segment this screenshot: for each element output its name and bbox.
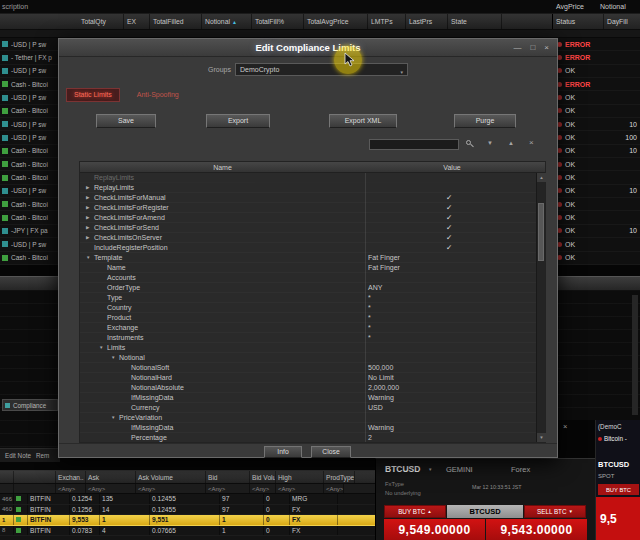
limits-grid-row[interactable]: Instruments * xyxy=(80,333,537,343)
property-value[interactable]: 2 xyxy=(368,434,372,441)
property-value[interactable]: 500,000 xyxy=(368,364,393,371)
limits-grid-row[interactable]: IfMissingData Warning xyxy=(80,393,537,403)
expand-icon[interactable]: ▶ xyxy=(86,235,94,240)
property-value[interactable]: * xyxy=(368,294,371,301)
notional-column-header[interactable]: Notional xyxy=(600,3,626,10)
footer-button[interactable]: Close xyxy=(311,446,351,458)
status-row[interactable]: ERROR xyxy=(553,51,640,64)
right-scrollbar[interactable] xyxy=(632,295,638,415)
market-filter-cell[interactable]: <Any> xyxy=(136,484,206,493)
mini-price-panel[interactable]: 9,5 xyxy=(596,497,640,540)
status-row[interactable]: OK xyxy=(553,252,640,265)
expand-icon[interactable]: ▶ xyxy=(86,185,94,190)
limits-grid-row[interactable]: ▼ PriceVariation xyxy=(80,413,537,423)
property-value[interactable]: ANY xyxy=(368,284,382,291)
search-clear-icon[interactable]: × xyxy=(529,138,534,147)
market-filter-cell[interactable]: <Any> xyxy=(276,484,324,493)
status-row[interactable]: ERROR xyxy=(553,38,640,51)
instrument-row[interactable]: -USD | P sw xyxy=(0,65,60,78)
limits-grid-row[interactable]: IncludeRegisterPosition ✓ xyxy=(80,243,537,253)
instrument-row[interactable]: Cash - Bitcoi xyxy=(0,105,60,118)
maximize-icon[interactable]: □ xyxy=(530,44,535,52)
expand-icon[interactable]: ▶ xyxy=(86,205,94,210)
column-header[interactable]: LastPrs ▼ xyxy=(406,14,448,29)
remove-button[interactable]: Rem xyxy=(36,452,49,459)
market-column-header[interactable]: High xyxy=(276,471,324,483)
market-filter-cell[interactable] xyxy=(14,484,56,493)
buy-price-panel[interactable]: 9,549.00000 xyxy=(384,519,485,540)
status-row[interactable]: OK 10 xyxy=(553,185,640,198)
property-value[interactable]: * xyxy=(368,304,371,311)
status-row[interactable]: OK xyxy=(553,171,640,184)
limits-grid-row[interactable]: ▼ Limits xyxy=(80,343,537,353)
scroll-down-icon[interactable]: ▼ xyxy=(537,433,546,442)
column-header[interactable]: TotalQty ▼ xyxy=(78,14,124,29)
compliance-window-tab[interactable]: Compliance xyxy=(2,399,58,411)
sell-price-panel[interactable]: 9,543.00000 xyxy=(486,519,587,540)
column-header[interactable]: DayFill ▼ xyxy=(604,14,640,29)
status-row[interactable]: OK xyxy=(553,238,640,251)
market-column-header[interactable]: Bid Volume xyxy=(250,471,276,483)
value-column-header[interactable]: Value xyxy=(365,162,539,173)
limits-grid-row[interactable]: NotionalAbsolute 2,000,000 xyxy=(80,383,537,393)
limits-grid-row[interactable]: ▶ CheckLimitsForManual ✓ xyxy=(80,193,537,203)
instrument-row[interactable]: -USD | P sw xyxy=(0,91,60,104)
dialog-tab[interactable]: Anti-Spoofing xyxy=(129,88,187,102)
limits-grid-row[interactable]: NotionalHard No Limit xyxy=(80,373,537,383)
limits-grid-row[interactable]: ▶ CheckLimitsForSend ✓ xyxy=(80,223,537,233)
instrument-row[interactable]: -USD | P sw xyxy=(0,131,60,144)
ticket-symbol[interactable]: BTCUSD xyxy=(385,464,420,474)
expand-icon[interactable]: ▶ xyxy=(86,215,94,220)
sort-icon[interactable]: ▲ xyxy=(232,19,237,25)
limits-grid-row[interactable]: Name Fat Finger xyxy=(80,263,537,273)
column-header[interactable]: TotalFilled ▼ xyxy=(150,14,202,29)
toolbar-button[interactable]: Export XML xyxy=(329,114,397,128)
search-prev-icon[interactable]: ▲ xyxy=(508,140,514,146)
instrument-row[interactable]: Cash - Bitcoi xyxy=(0,211,60,224)
name-column-header[interactable]: Name xyxy=(80,162,365,173)
market-filter-cell[interactable]: <Any> xyxy=(56,484,86,493)
status-row[interactable]: OK xyxy=(553,198,640,211)
property-value[interactable]: USD xyxy=(368,404,383,411)
market-column-header[interactable]: Bid xyxy=(206,471,250,483)
market-row[interactable]: 1 BITFIN 9,553 1 9,551 1 0 FX xyxy=(0,515,375,526)
limits-grid-row[interactable]: Type * xyxy=(80,293,537,303)
column-header[interactable]: Status ▼ xyxy=(552,14,604,29)
status-row[interactable]: OK xyxy=(553,65,640,78)
expand-icon[interactable]: ▼ xyxy=(86,255,94,260)
market-column-header[interactable]: Ask Volume xyxy=(136,471,206,483)
grid-search-input[interactable] xyxy=(369,139,459,150)
limits-grid-row[interactable]: Product * xyxy=(80,313,537,323)
column-header[interactable]: TotalFill% ▼ xyxy=(252,14,304,29)
groups-dropdown[interactable]: DemoCrypto ▼ xyxy=(235,63,408,76)
status-row[interactable]: ERROR xyxy=(553,78,640,91)
market-filter-cell[interactable]: <Any> xyxy=(206,484,250,493)
ticket-venue[interactable]: GEMINI xyxy=(446,465,473,474)
grid-scrollbar[interactable]: ▲ ▼ xyxy=(536,173,545,442)
property-value[interactable]: Fat Finger xyxy=(368,264,400,271)
limits-grid-row[interactable]: ▶ CheckLimitsOnServer ✓ xyxy=(80,233,537,243)
search-icon[interactable] xyxy=(466,140,475,149)
market-row[interactable]: 466 BITFIN 0.1254 135 0.12455 97 0 MRG xyxy=(0,494,375,505)
market-filter-cell[interactable]: <Any> xyxy=(324,484,344,493)
close-icon[interactable]: × xyxy=(563,422,567,431)
checkmark-icon[interactable]: ✓ xyxy=(446,213,452,222)
limits-grid-row[interactable]: ▼ Template Fat Finger xyxy=(80,253,537,263)
expand-icon[interactable]: ▼ xyxy=(111,355,119,360)
avgprice-column-header[interactable]: AvgPrice xyxy=(556,3,584,10)
instrument-row[interactable]: -JPY | FX pa xyxy=(0,225,60,238)
property-value[interactable]: 2,000,000 xyxy=(368,384,399,391)
instrument-row[interactable]: -USD | P sw xyxy=(0,118,60,131)
minimize-icon[interactable]: — xyxy=(513,44,521,52)
limits-grid-row[interactable]: Currency USD xyxy=(80,403,537,413)
limits-grid-row[interactable]: Percentage 2 xyxy=(80,433,537,442)
checkmark-icon[interactable]: ✓ xyxy=(446,233,452,242)
status-row[interactable]: OK xyxy=(553,211,640,224)
status-row[interactable]: OK 10 xyxy=(553,145,640,158)
property-value[interactable]: Warning xyxy=(368,394,394,401)
market-column-header[interactable] xyxy=(0,471,14,483)
buy-button[interactable]: BUY BTC ▲ xyxy=(384,505,446,518)
market-column-header[interactable]: Ask xyxy=(86,471,136,483)
status-row[interactable]: OK 10 xyxy=(553,225,640,238)
limits-grid-row[interactable]: ▶ CheckLimitsForAmend ✓ xyxy=(80,213,537,223)
